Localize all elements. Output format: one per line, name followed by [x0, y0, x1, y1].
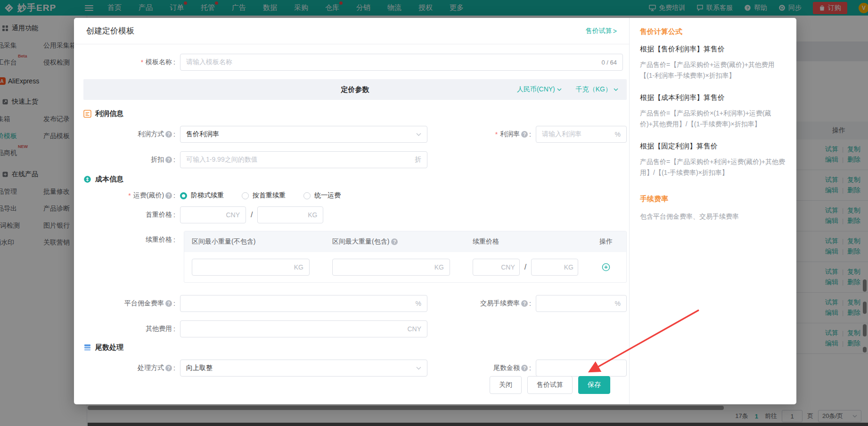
platform-commission-input[interactable]: %: [180, 295, 427, 312]
currency-select[interactable]: 人民币(CNY): [517, 85, 562, 94]
renewal-kg-input[interactable]: KG: [531, 259, 578, 276]
question-icon[interactable]: ?: [165, 156, 172, 163]
template-name-label: 模板名称:: [74, 58, 180, 66]
chevron-down-icon: [557, 88, 562, 91]
price-trial-link[interactable]: 售价试算 >: [586, 27, 617, 35]
dialog-footer: 关闭 售价试算 保存: [490, 376, 610, 394]
formula-panel-title: 售价计算公式: [640, 27, 786, 36]
radio-first-weight-renewal[interactable]: 按首重续重: [242, 191, 286, 200]
rounding-section-header: 尾数处理: [83, 343, 629, 352]
question-icon[interactable]: ?: [165, 365, 172, 371]
freight-mode-radio-group: 阶梯式续重 按首重续重 统一运费: [180, 191, 341, 200]
create-pricing-template-dialog: 创建定价模板 售价试算 > 模板名称: 请输入模板名称 0 / 64: [74, 18, 796, 404]
dialog-title: 创建定价模板: [86, 25, 134, 36]
question-icon[interactable]: ?: [521, 131, 528, 138]
profit-section-header: 利润信息: [83, 109, 629, 118]
radio-unselected-icon: [303, 192, 311, 199]
formula-heading: 根据【成本利润率】算售价: [640, 93, 786, 102]
discount-label: 折扣?:: [74, 156, 180, 164]
profit-section-icon: [83, 110, 91, 118]
min-weight-header: 区间最小重量(不包含): [184, 238, 325, 246]
dialog-header: 创建定价模板 售价试算 >: [74, 18, 629, 44]
radio-tiered-renewal[interactable]: 阶梯式续重: [180, 191, 224, 200]
profit-rate-input[interactable]: 请输入利润率 %: [536, 126, 627, 143]
dialog-body: 模板名称: 请输入模板名称 0 / 64 定价参数 人民币(CNY): [74, 44, 629, 404]
chevron-down-icon: [416, 367, 421, 370]
other-fee-label: 其他费用 :: [74, 325, 180, 333]
radio-selected-icon: [180, 192, 187, 199]
price-trial-button[interactable]: 售价试算: [527, 376, 573, 394]
app-window: 妙手ERP 首页 产品 订单 托管 广告 数据 采购 仓库 分销 物流 授权 更…: [0, 0, 868, 426]
renewal-price-label: 续重价格:: [74, 236, 180, 244]
formula-text: 产品售价=【产品采购价+利润+运费(藏价)+其他费用】/【(1-手续费率)×折扣…: [640, 156, 786, 178]
renewal-price-table: 区间最小重量(不包含) 区间最大重量(包含)? 续重价格 操作 KG KG CN…: [184, 231, 627, 283]
platform-commission-label: 平台佣金费率?:: [74, 299, 180, 308]
close-button[interactable]: 关闭: [490, 376, 522, 394]
rounding-amount-input[interactable]: [536, 360, 627, 377]
question-icon[interactable]: ?: [165, 131, 172, 138]
formula-heading: 根据【固定利润】算售价: [640, 142, 786, 151]
ops-header: 操作: [586, 238, 626, 246]
freight-label: 运费(藏价)?:: [74, 191, 180, 200]
radio-flat-freight[interactable]: 统一运费: [303, 191, 341, 200]
first-weight-price-input[interactable]: CNY: [180, 206, 246, 223]
rounding-method-select[interactable]: 向上取整: [180, 360, 427, 377]
rounding-amount-label: 尾数金额?:: [427, 364, 536, 372]
char-counter: 0 / 64: [601, 59, 617, 66]
formula-help-panel: 售价计算公式 根据【售价利润率】算售价 产品售价=【产品采购价+运费(藏价)+其…: [629, 18, 796, 404]
min-weight-input[interactable]: KG: [192, 259, 310, 276]
profit-method-label: 利润方式?:: [74, 130, 180, 139]
radio-unselected-icon: [242, 192, 249, 199]
save-button[interactable]: 保存: [578, 376, 610, 394]
rounding-method-label: 处理方式?:: [74, 364, 180, 372]
chevron-down-icon: [416, 133, 421, 136]
weight-unit-select[interactable]: 千克（KG）: [576, 85, 618, 94]
add-row-button[interactable]: [602, 263, 610, 271]
template-name-input[interactable]: 请输入模板名称 0 / 64: [180, 54, 623, 71]
formula-text: 产品售价=【产品采购价+运费(藏价)+其他费用【(1-利润率-手续费率)×折扣率…: [640, 59, 786, 81]
max-weight-input[interactable]: KG: [332, 259, 450, 276]
renewal-table-row: KG KG CNY/KG: [184, 252, 626, 282]
question-icon[interactable]: ?: [521, 300, 528, 307]
other-fee-input[interactable]: CNY: [180, 320, 427, 337]
renewal-price-input[interactable]: CNY: [473, 259, 520, 276]
question-icon[interactable]: ?: [165, 300, 172, 307]
formula-heading: 根据【售价利润率】算售价: [640, 45, 786, 54]
pricing-params-banner: 定价参数 人民币(CNY) 千克（KG）: [83, 79, 627, 100]
max-weight-header: 区间最大重量(包含)?: [325, 238, 465, 246]
renewal-table-header: 区间最小重量(不包含) 区间最大重量(包含)? 续重价格 操作: [184, 231, 626, 252]
first-weight-price-label: 首重价格:: [74, 211, 180, 219]
cost-section-header: 成本信息: [83, 175, 629, 184]
formula-text: 产品售价=【产品采购价×(1+利润率)+运费(藏价)+其他费用】/【(1-手续费…: [640, 108, 786, 130]
renewal-price-header: 续重价格: [465, 238, 586, 246]
transaction-fee-input[interactable]: %: [536, 295, 627, 312]
first-weight-kg-input[interactable]: KG: [257, 206, 323, 223]
discount-input[interactable]: 可输入1-9.99之间的数值 折: [180, 151, 427, 168]
cost-section-icon: [83, 175, 91, 183]
profit-rate-label: 利润率?:: [427, 130, 536, 139]
transaction-fee-label: 交易手续费率?:: [427, 299, 536, 308]
fee-rate-text: 包含平台佣金费率、交易手续费率: [640, 211, 786, 222]
rounding-section-icon: [83, 344, 91, 352]
question-icon[interactable]: ?: [165, 192, 172, 199]
chevron-down-icon: [614, 88, 618, 91]
question-icon[interactable]: ?: [521, 365, 528, 371]
fee-rate-title: 手续费率: [640, 195, 786, 204]
profit-method-select[interactable]: 售价利润率: [180, 126, 427, 143]
question-icon[interactable]: ?: [391, 238, 398, 245]
